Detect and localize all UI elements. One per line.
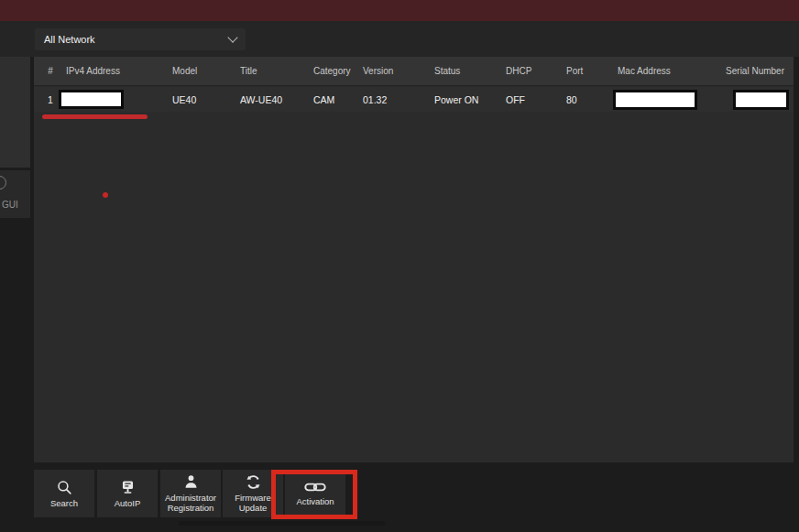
firmware-update-button-label: Firmware Update <box>224 494 282 514</box>
search-button[interactable]: Search <box>34 470 94 517</box>
cell-dhcp: OFF <box>506 87 525 112</box>
table-header-row: # IPv4 Address Model Title Category Vers… <box>34 57 794 86</box>
search-icon <box>56 479 73 496</box>
globe-icon <box>0 176 6 190</box>
col-model: Model <box>172 57 197 85</box>
sidebar-item-web-gui[interactable]: GUI <box>0 170 30 218</box>
administrator-registration-button[interactable]: Administrator Registration <box>160 470 221 517</box>
cell-port: 80 <box>566 87 577 112</box>
table-row[interactable]: 1 UE40 AW-UE40 CAM 01.32 Power ON OFF 80 <box>34 87 794 112</box>
redaction-box-serial <box>733 90 789 110</box>
col-dhcp: DHCP <box>506 57 531 85</box>
cell-version: 01.32 <box>363 87 387 112</box>
redaction-box-mac <box>613 90 697 110</box>
shadow-strip <box>179 521 385 526</box>
col-number: # <box>43 57 58 85</box>
cell-model: UE40 <box>172 87 196 112</box>
link-icon <box>304 480 326 494</box>
col-port: Port <box>566 57 583 85</box>
sidebar-panel <box>0 57 30 168</box>
network-device-icon <box>119 479 137 496</box>
web-gui-label: GUI <box>2 200 18 210</box>
network-filter-dropdown[interactable]: All Network <box>35 28 246 50</box>
firmware-update-button[interactable]: Firmware Update <box>223 470 283 517</box>
redaction-box-ipv4 <box>59 90 124 109</box>
search-button-label: Search <box>35 499 93 509</box>
annotation-red-underline <box>42 114 148 119</box>
col-mac-address: Mac Address <box>618 57 671 85</box>
refresh-icon <box>245 473 262 491</box>
annotation-red-dot <box>103 192 108 198</box>
autoip-button[interactable]: AutoIP <box>97 470 158 517</box>
col-ipv4-address: IPv4 Address <box>66 57 120 85</box>
titlebar <box>0 0 799 21</box>
cell-category: CAM <box>313 87 334 112</box>
col-category: Category <box>313 57 351 85</box>
network-filter-value: All Network <box>44 34 95 45</box>
cell-title: AW-UE40 <box>240 87 282 112</box>
activation-button[interactable]: Activation <box>285 470 345 517</box>
cell-number: 1 <box>43 87 58 112</box>
col-serial-number: Serial Number <box>726 57 784 85</box>
col-title: Title <box>240 57 257 85</box>
cell-status: Power ON <box>434 87 478 112</box>
col-version: Version <box>363 57 393 85</box>
col-status: Status <box>434 57 460 85</box>
chevron-down-icon <box>227 32 237 42</box>
activation-button-label: Activation <box>286 497 345 507</box>
autoip-button-label: AutoIP <box>98 499 157 509</box>
device-table: # IPv4 Address Model Title Category Vers… <box>34 57 794 462</box>
administrator-registration-button-label: Administrator Registration <box>161 494 220 514</box>
person-icon <box>182 473 200 491</box>
